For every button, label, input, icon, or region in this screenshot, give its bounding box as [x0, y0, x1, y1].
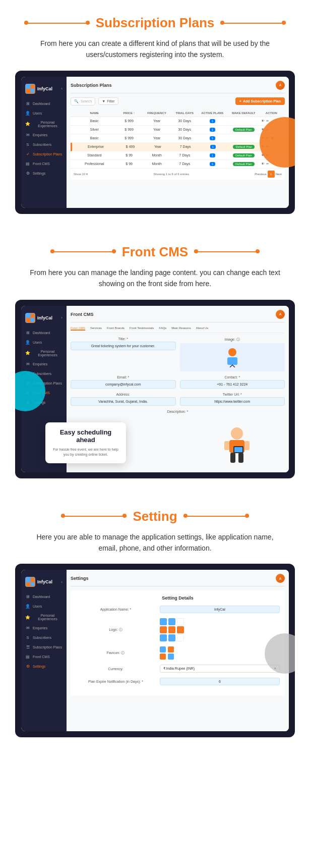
cms-nav-about[interactable]: About Us	[196, 327, 209, 331]
title-line-left	[24, 23, 90, 24]
sidebar-item-frontcms[interactable]: ▤ Front CMS	[21, 159, 67, 169]
cms-nav: Front CMS Services Front Brands Front Te…	[71, 327, 285, 333]
sidebar-item-settings[interactable]: ⚙ Settings	[21, 169, 67, 178]
default-badge: Default Plan	[233, 162, 255, 166]
subscription-title-row: Subscription Plans	[10, 15, 300, 31]
svg-rect-1	[227, 357, 237, 365]
cms-avatar-circle: A	[276, 310, 285, 319]
sidebar-item-dashboard-2[interactable]: ⊞ Dashboard	[21, 328, 67, 338]
prev-button[interactable]: Previous	[255, 173, 266, 176]
expire-input[interactable]: 6	[160, 678, 280, 685]
subscribers-icon: S	[25, 142, 30, 147]
view-icon[interactable]: 👁	[261, 162, 265, 166]
sidebar-item-enquiries-3[interactable]: ✉ Enquiries	[21, 623, 67, 633]
sidebar-item-label: Enquiries	[33, 626, 47, 630]
currency-label: Currency:	[76, 667, 156, 671]
row-freq: Year	[143, 136, 171, 140]
setting-title: Setting	[133, 509, 177, 524]
currency-select[interactable]: ₹ India Rupee (INR) ▾	[160, 665, 280, 673]
title-input[interactable]: Great ticketing system for your customer…	[71, 342, 176, 350]
sidebar-item-personal-3[interactable]: ⭐ Personal Experiences	[21, 611, 67, 623]
image-group: Image: ⓘ	[180, 337, 285, 371]
address-input[interactable]: Varachha, Surat, Gujarat, India.	[71, 397, 176, 406]
sidebar-item-subscribers[interactable]: S Subscribers	[21, 140, 67, 149]
sidebar-item-frontcms-3[interactable]: ▤ Front CMS	[21, 652, 67, 662]
sidebar-item-enquiries[interactable]: ✉ Enquiries	[21, 130, 67, 140]
address-group: Address: Varachha, Surat, Gujarat, India…	[71, 393, 176, 406]
show-entries[interactable]: Show 10 ▾	[74, 172, 88, 176]
edit-icon[interactable]: ✏	[266, 162, 269, 166]
col-action: ACTION	[261, 112, 282, 115]
fav-cell-2	[168, 646, 174, 653]
next-button[interactable]: Next	[276, 173, 282, 176]
collapse-icon-3[interactable]: ‹	[61, 580, 63, 584]
twitter-input[interactable]: https://www.twitter.com	[180, 397, 285, 406]
filter-button[interactable]: ▼ Filter	[98, 97, 118, 105]
view-icon[interactable]: 👁	[261, 119, 265, 123]
collapse-icon[interactable]: ‹	[61, 86, 63, 91]
logo-cell-blue-1	[160, 618, 167, 625]
default-badge: Default Plan	[233, 153, 255, 157]
address-label: Address:	[71, 393, 176, 396]
sidebar-item-subscription-3[interactable]: ☰ Subscription Plans	[21, 642, 67, 652]
frontcms-screenshot: InfyCal ‹ ⊞ Dashboard 👤 Users ⭐ Personal…	[15, 300, 295, 478]
search-box[interactable]: 🔍 Search	[71, 97, 95, 105]
page-1-button[interactable]: 1	[268, 171, 275, 178]
active-badge: 1	[210, 153, 215, 157]
contact-label: Contact: *	[180, 375, 285, 379]
cms-nav-testimonials[interactable]: Front Testimonials	[130, 327, 154, 331]
expire-row: Plan Expire Notification (in Days): * 6	[76, 678, 280, 685]
sidebar-item-settings-active[interactable]: ⚙ Settings	[21, 662, 67, 671]
person-svg	[219, 426, 255, 466]
sidebar-item-subscription[interactable]: ✓ Subscription Plans	[21, 149, 67, 159]
subscription-desc: From here you can create a different kin…	[29, 38, 281, 61]
cms-nav-faqs[interactable]: FAQs	[159, 327, 166, 331]
settings-user-avatar: A	[276, 574, 285, 583]
setting-screenshot: InfyCal ‹ ⊞ Dashboard 👤 Users ⭐ Personal…	[15, 564, 295, 737]
enquiries-icon-2: ✉	[25, 362, 30, 366]
row-name: Basic	[74, 136, 115, 140]
sidebar-item-users-2[interactable]: 👤 Users	[21, 338, 67, 347]
title-line-right-3	[183, 516, 249, 517]
row-active: 1	[199, 128, 226, 132]
title-line-left-3	[61, 516, 127, 517]
table-row: Standard $ 99 Month 7 Days 1 Default Pla…	[71, 151, 285, 160]
contact-input[interactable]: +91 - 761 412 3224	[180, 380, 285, 389]
sidebar-item-personal-2[interactable]: ⭐ Personal Experiences	[21, 347, 67, 359]
sidebar-item-dashboard[interactable]: ⊞ Dashboard	[21, 99, 67, 108]
app-name-input[interactable]: InfyCal	[160, 606, 280, 613]
toolbar: 🔍 Search ▼ Filter + Add Subscription Pla…	[71, 97, 285, 105]
setting-desc: Here you are able to manage the applicat…	[29, 531, 281, 554]
row-default: Default Plan	[226, 153, 261, 157]
twitter-group: Twitter Url: * https://www.twitter.com	[180, 393, 285, 406]
sidebar-item-enquiries-2[interactable]: ✉ Enquiries	[21, 359, 67, 369]
sidebar-item-users-3[interactable]: 👤 Users	[21, 602, 67, 611]
logo-cell-blue-4	[168, 634, 175, 641]
email-input[interactable]: company@infycal.com	[71, 380, 176, 389]
collapse-icon-2[interactable]: ‹	[61, 315, 63, 320]
row-trial: 7 Days	[171, 153, 199, 157]
sidebar-item-subscribers-3[interactable]: S Subscribers	[21, 633, 67, 642]
subscription-sidebar: InfyCal ‹ ⊞ Dashboard 👤 Users ⭐ Personal…	[21, 77, 67, 208]
cms-nav-frontcms[interactable]: Front CMS	[71, 327, 85, 331]
svg-rect-6	[224, 441, 229, 450]
col-freq: FREQUENCY	[143, 112, 171, 115]
email-group: Email: * company@infycal.com	[71, 375, 176, 389]
add-subscription-button[interactable]: + Add Subscription Plan	[235, 97, 285, 105]
logo-cell-2	[31, 314, 35, 318]
cms-nav-reasons[interactable]: Main Reasons	[171, 327, 191, 331]
popup-title: Easy scheduling ahead	[51, 428, 120, 444]
popup-desc: For hassle free event, we are here to he…	[51, 447, 120, 457]
sidebar-item-personal[interactable]: ⭐ Personal Experiences	[21, 118, 67, 130]
sidebar-item-users[interactable]: 👤 Users	[21, 108, 67, 118]
cms-nav-brands[interactable]: Front Brands	[107, 327, 125, 331]
row-price: $ 999	[115, 128, 143, 131]
fav-cell-4	[168, 654, 174, 660]
svg-point-0	[228, 348, 236, 356]
active-badge: 1	[210, 119, 215, 123]
cms-nav-services[interactable]: Services	[90, 327, 102, 331]
logo-label: Logo: ⓘ	[76, 627, 156, 632]
sidebar-item-dashboard-3[interactable]: ⊞ Dashboard	[21, 592, 67, 602]
subscription-app: InfyCal ‹ ⊞ Dashboard 👤 Users ⭐ Personal…	[21, 77, 289, 208]
svg-point-4	[231, 427, 243, 440]
